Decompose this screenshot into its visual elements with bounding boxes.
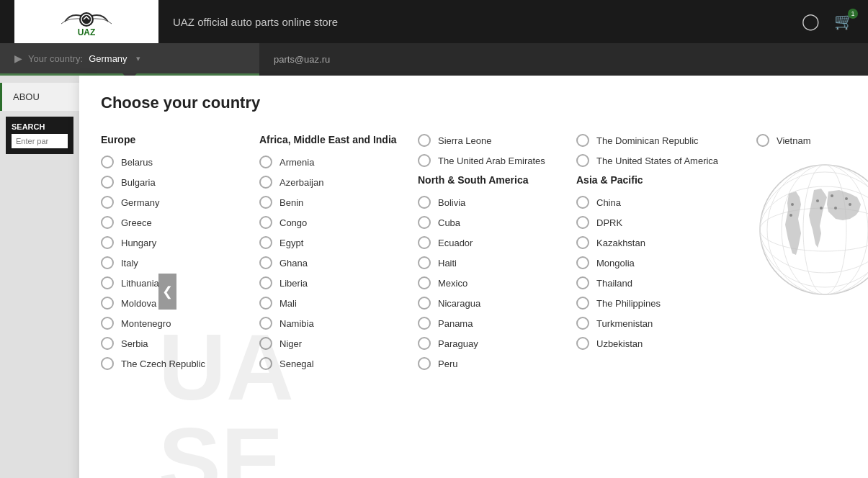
list-item[interactable]: China: [576, 196, 742, 209]
radio-serbia[interactable]: [101, 337, 114, 350]
list-item[interactable]: Bolivia: [418, 196, 562, 209]
radio-dominican[interactable]: [576, 134, 589, 147]
radio-moldova[interactable]: [101, 297, 114, 310]
radio-philippines[interactable]: [576, 297, 589, 310]
radio-usa[interactable]: [576, 154, 589, 167]
country-selector[interactable]: ▶ Your country: Germany ▾: [0, 43, 259, 76]
list-item[interactable]: Mongolia: [576, 256, 742, 269]
list-item[interactable]: Namibia: [259, 317, 403, 330]
radio-china[interactable]: [576, 196, 589, 209]
radio-azerbaijan[interactable]: [259, 176, 272, 189]
radio-haiti[interactable]: [418, 256, 431, 269]
list-item[interactable]: Haiti: [418, 256, 562, 269]
list-item[interactable]: Armenia: [259, 155, 403, 168]
radio-mongolia[interactable]: [576, 256, 589, 269]
email-link[interactable]: parts@uaz.ru: [259, 54, 344, 65]
americas-heading: North & South America: [418, 174, 562, 186]
list-item[interactable]: Bulgaria: [101, 176, 245, 189]
list-item[interactable]: The Philippines: [576, 297, 742, 310]
radio-uae[interactable]: [418, 154, 431, 167]
list-item[interactable]: The Czech Republic: [101, 357, 245, 370]
list-item[interactable]: Germany: [101, 196, 245, 209]
list-item[interactable]: The United Arab Emirates: [418, 154, 562, 167]
radio-hungary[interactable]: [101, 236, 114, 249]
radio-niger[interactable]: [259, 337, 272, 350]
list-item[interactable]: Thailand: [576, 276, 742, 289]
list-item[interactable]: Nicaragua: [418, 297, 562, 310]
location-icon: ▶: [14, 53, 22, 64]
list-item[interactable]: Egypt: [259, 236, 403, 249]
main-layout: ABOU SEARCH Choose your country Europe B…: [0, 76, 868, 478]
radio-montenegro[interactable]: [101, 317, 114, 330]
nav-prev-arrow[interactable]: ❮: [158, 274, 176, 310]
list-item[interactable]: Ecuador: [418, 236, 562, 249]
list-item[interactable]: Niger: [259, 337, 403, 350]
list-item[interactable]: Greece: [101, 216, 245, 229]
radio-namibia[interactable]: [259, 317, 272, 330]
list-item[interactable]: Uzbekistan: [576, 337, 742, 350]
list-item[interactable]: Kazakhstan: [576, 236, 742, 249]
list-item[interactable]: Paraguay: [418, 337, 562, 350]
radio-cuba[interactable]: [418, 216, 431, 229]
radio-nicaragua[interactable]: [418, 297, 431, 310]
radio-bolivia[interactable]: [418, 196, 431, 209]
radio-paraguay[interactable]: [418, 337, 431, 350]
search-input[interactable]: [12, 134, 68, 148]
radio-bulgaria[interactable]: [101, 176, 114, 189]
radio-benin[interactable]: [259, 196, 272, 209]
radio-egypt[interactable]: [259, 236, 272, 249]
list-item[interactable]: Serbia: [101, 337, 245, 350]
user-icon[interactable]: ◯: [802, 12, 820, 31]
list-item[interactable]: Mali: [259, 297, 403, 310]
radio-peru[interactable]: [418, 357, 431, 370]
radio-czech[interactable]: [101, 357, 114, 370]
list-item[interactable]: Belarus: [101, 155, 245, 168]
list-item[interactable]: Sierra Leone: [418, 134, 562, 147]
radio-uzbekistan[interactable]: [576, 337, 589, 350]
radio-belarus[interactable]: [101, 155, 114, 168]
dropdown-panel: Choose your country Europe Belarus Bulga…: [79, 76, 868, 478]
list-item[interactable]: DPRK: [576, 216, 742, 229]
radio-ecuador[interactable]: [418, 236, 431, 249]
list-item[interactable]: The United States of America: [576, 154, 742, 167]
radio-panama[interactable]: [418, 317, 431, 330]
list-item[interactable]: Vietnam: [756, 134, 868, 147]
list-item[interactable]: The Dominican Republic: [576, 134, 742, 147]
radio-vietnam[interactable]: [756, 134, 769, 147]
list-item[interactable]: Italy: [101, 256, 245, 269]
radio-senegal[interactable]: [259, 357, 272, 370]
list-item[interactable]: Cuba: [418, 216, 562, 229]
radio-greece[interactable]: [101, 216, 114, 229]
radio-turkmenistan[interactable]: [576, 317, 589, 330]
list-item[interactable]: Ghana: [259, 256, 403, 269]
radio-lithuania[interactable]: [101, 276, 114, 289]
header-title: UAZ official auto parts online store: [158, 16, 802, 28]
list-item[interactable]: Mexico: [418, 276, 562, 289]
list-item[interactable]: Panama: [418, 317, 562, 330]
radio-congo[interactable]: [259, 216, 272, 229]
sidebar-item-about[interactable]: ABOU: [0, 83, 79, 111]
radio-liberia[interactable]: [259, 276, 272, 289]
list-item[interactable]: Montenegro: [101, 317, 245, 330]
radio-ghana[interactable]: [259, 256, 272, 269]
list-item[interactable]: Azerbaijan: [259, 176, 403, 189]
cart-icon[interactable]: 🛒 1: [834, 12, 854, 31]
radio-sierra-leone[interactable]: [418, 134, 431, 147]
list-item[interactable]: Congo: [259, 216, 403, 229]
list-item[interactable]: Peru: [418, 357, 562, 370]
radio-germany[interactable]: [101, 196, 114, 209]
radio-armenia[interactable]: [259, 155, 272, 168]
radio-dprk[interactable]: [576, 216, 589, 229]
radio-thailand[interactable]: [576, 276, 589, 289]
list-item[interactable]: Turkmenistan: [576, 317, 742, 330]
radio-mexico[interactable]: [418, 276, 431, 289]
list-item[interactable]: Hungary: [101, 236, 245, 249]
radio-kazakhstan[interactable]: [576, 236, 589, 249]
svg-point-10: [816, 199, 819, 202]
radio-mali[interactable]: [259, 297, 272, 310]
svg-text:UAZ: UAZ: [78, 27, 96, 37]
list-item[interactable]: Senegal: [259, 357, 403, 370]
list-item[interactable]: Benin: [259, 196, 403, 209]
list-item[interactable]: Liberia: [259, 276, 403, 289]
radio-italy[interactable]: [101, 256, 114, 269]
